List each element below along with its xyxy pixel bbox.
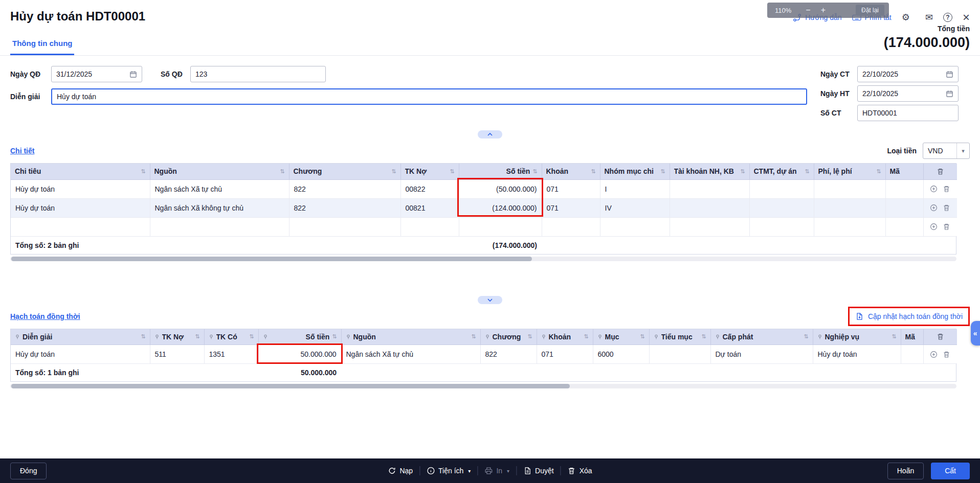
sort-icon[interactable]: ⇅ [701,333,706,340]
sort-icon[interactable]: ⇅ [450,168,454,175]
zoom-out-button[interactable]: − [806,6,810,15]
pin-icon[interactable] [154,334,160,339]
calendar-icon[interactable] [946,90,953,98]
sort-icon[interactable]: ⇅ [141,168,145,175]
close-button[interactable]: Đóng [10,463,47,479]
scrollbar-thumb[interactable] [11,384,570,388]
pin-icon[interactable] [15,334,20,339]
add-row-icon[interactable] [930,351,938,358]
pin-icon[interactable] [715,334,720,339]
sort-icon[interactable]: ⇅ [584,333,588,340]
zoom-reset-button[interactable]: Đặt lại [856,5,884,16]
collapse-header-button[interactable] [478,130,502,139]
sort-icon[interactable]: ⇅ [527,333,532,340]
column-header[interactable]: TK Nợ⇅ [150,329,204,345]
sort-icon[interactable]: ⇅ [249,333,254,340]
pin-icon[interactable] [263,334,268,339]
column-header[interactable]: Mục⇅ [593,329,649,345]
add-row-icon[interactable] [930,204,938,212]
close-icon[interactable]: × [963,11,970,24]
pin-icon[interactable] [654,334,659,339]
pin-icon[interactable] [817,334,822,339]
sort-icon[interactable]: ⇅ [195,333,199,340]
decision-date-input[interactable] [56,70,126,78]
delete-row-icon[interactable] [943,204,950,212]
calendar-icon[interactable] [946,71,953,78]
column-header[interactable]: Mã [885,164,923,179]
settings-gear-icon[interactable]: ⚙ [902,13,910,22]
scrollbar-thumb[interactable] [11,257,532,261]
approve-button[interactable]: Duyệt [523,467,554,475]
table-row-empty[interactable] [11,217,957,236]
postpone-button[interactable]: Hoãn [887,463,924,479]
zoom-in-button[interactable]: + [821,6,826,15]
utilities-menu[interactable]: Tiện ích ▾ [427,467,471,475]
sort-icon[interactable]: ⇅ [740,168,745,175]
table-row[interactable]: Hủy dự toán Ngân sách Xã không tự chủ 82… [11,198,957,217]
column-header[interactable]: Chương⇅ [289,164,400,179]
column-header[interactable]: Cấp phát⇅ [710,329,813,345]
pin-icon[interactable] [346,334,351,339]
column-header[interactable]: Khoản⇅ [537,329,593,345]
column-header[interactable]: TK Nợ⇅ [400,164,459,179]
mail-icon[interactable]: ✉ [925,13,933,22]
sort-icon[interactable]: ⇅ [532,168,537,175]
column-header[interactable]: Tài khoản NH, KB⇅ [670,164,749,179]
voucher-date-input[interactable] [862,70,943,78]
sort-icon[interactable]: ⇅ [141,333,145,340]
save-button[interactable]: Cất [931,463,970,479]
column-header[interactable]: Chương⇅ [480,329,537,345]
column-header[interactable]: Nhóm mục chi⇅ [600,164,670,179]
help-icon[interactable]: ? [943,13,952,22]
add-row-icon[interactable] [930,223,938,231]
voucher-number-input[interactable] [862,109,953,117]
sort-icon[interactable]: ⇅ [280,168,284,175]
detail-section-link[interactable]: Chi tiết [10,147,34,155]
table-row[interactable]: Hủy dự toán 511 1351 50.000.000 Ngân sác… [11,345,957,364]
sort-icon[interactable]: ⇅ [391,168,396,175]
sort-icon[interactable]: ⇅ [892,333,896,340]
sort-icon[interactable]: ⇅ [876,168,881,175]
column-header[interactable]: Mã [901,329,923,345]
column-header[interactable]: Nguồn⇅ [150,164,289,179]
print-menu[interactable]: In ▾ [484,467,509,475]
pin-icon[interactable] [597,334,603,339]
column-header[interactable]: Tiểu mục⇅ [649,329,710,345]
column-header[interactable]: Khoản⇅ [542,164,600,179]
column-header[interactable]: Diễn giải⇅ [11,329,150,345]
update-simultaneous-button[interactable]: Cập nhật hạch toán đồng thời [853,310,965,323]
column-header[interactable]: Số tiền⇅ [459,164,542,179]
delete-row-icon[interactable] [943,351,950,358]
decision-number-input[interactable] [195,70,321,78]
sort-icon[interactable]: ⇅ [660,168,665,175]
delete-button[interactable]: Xóa [568,467,592,475]
posting-date-input[interactable] [862,89,943,98]
delete-all-rows-icon[interactable] [937,333,944,340]
sort-icon[interactable]: ⇅ [591,168,595,175]
pin-icon[interactable] [541,334,546,339]
tab-general-info[interactable]: Thông tin chung [10,35,74,55]
delete-row-icon[interactable] [943,185,950,193]
currency-select[interactable]: VND ▾ [923,143,970,159]
side-panel-toggle[interactable]: « [971,321,980,346]
pin-icon[interactable] [209,334,214,339]
sort-icon[interactable]: ⇅ [805,168,809,175]
pin-icon[interactable] [485,334,490,339]
delete-row-icon[interactable] [943,223,950,231]
column-header[interactable]: Chi tiêu⇅ [11,164,150,179]
column-header[interactable]: Nguồn⇅ [341,329,480,345]
column-header[interactable]: Phí, lệ phí⇅ [814,164,885,179]
column-header[interactable]: TK Có⇅ [204,329,258,345]
table-row[interactable]: Hủy dự toán Ngân sách Xã tự chủ 822 0082… [11,179,957,198]
column-header[interactable]: CTMT, dự án⇅ [749,164,814,179]
sort-icon[interactable]: ⇅ [332,333,337,340]
simultaneous-section-link[interactable]: Hạch toán đồng thời [10,312,80,320]
sort-icon[interactable]: ⇅ [640,333,644,340]
sort-icon[interactable]: ⇅ [471,333,476,340]
column-header[interactable]: Nghiệp vụ⇅ [813,329,901,345]
column-header[interactable]: Số tiền⇅ [258,329,341,345]
calendar-icon[interactable] [129,71,137,78]
sort-icon[interactable]: ⇅ [804,333,808,340]
add-row-icon[interactable] [930,185,938,193]
reload-button[interactable]: Nạp [388,467,413,475]
